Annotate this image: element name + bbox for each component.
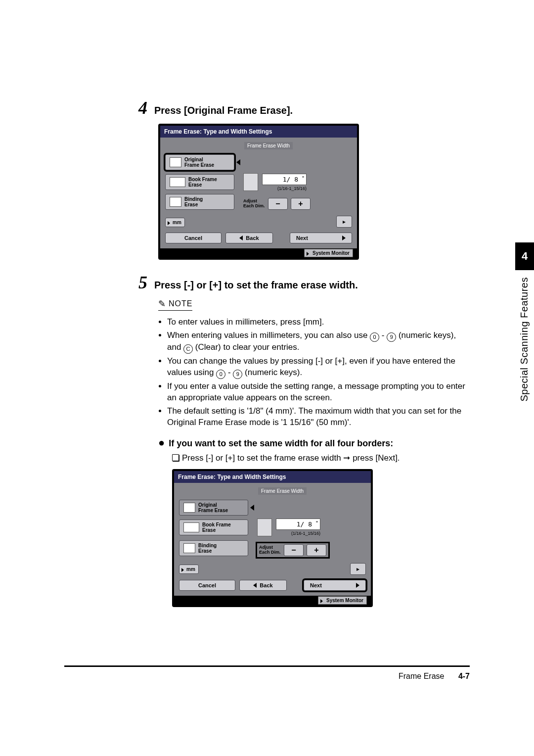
triangle-right-icon — [356, 583, 359, 588]
screenshot-step5: Frame Erase: Type and Width Settings Fra… — [172, 469, 470, 607]
plus-button[interactable]: + — [307, 544, 326, 556]
original-frame-erase-button[interactable]: Original Frame Erase — [179, 500, 248, 516]
triangle-left-icon — [253, 583, 257, 588]
note-item: You can change the values by pressing [-… — [167, 356, 470, 379]
step-number: 5 — [138, 274, 147, 291]
system-monitor-button[interactable]: System Monitor — [304, 249, 353, 257]
triangle-right-icon — [342, 236, 346, 240]
panel-subheader: Frame Erase Width — [258, 487, 307, 495]
key-nine-icon: 9 — [233, 370, 242, 379]
mm-toggle-button[interactable]: mm — [179, 565, 199, 574]
next-button[interactable]: Next — [304, 580, 366, 591]
note-item: If you enter a value outside the setting… — [167, 381, 470, 404]
mode-label: Original Frame Erase — [198, 502, 228, 513]
mode-label: Book Frame Erase — [202, 522, 231, 533]
width-range-label: (1/16-1_15/16) — [262, 186, 307, 191]
panel-header: Frame Erase: Type and Width Settings — [160, 126, 357, 138]
note-label: NOTE — [169, 299, 192, 308]
step-number: 4 — [138, 99, 147, 117]
adjust-each-dim-label: Adjust Each Dim. — [259, 545, 281, 555]
mode-label: Binding Erase — [198, 543, 217, 554]
panel-header: Frame Erase: Type and Width Settings — [174, 471, 371, 483]
note-item: The default setting is '1/8" (4 mm)'. Th… — [167, 406, 470, 428]
key-clear-icon: C — [183, 344, 193, 354]
note-item: To enter values in millimeters, press [m… — [167, 317, 470, 328]
next-button[interactable]: Next — [290, 233, 352, 243]
binding-thumb-icon — [170, 197, 181, 207]
plus-button[interactable]: + — [291, 198, 311, 210]
footer-page-number: 4-7 — [458, 672, 470, 680]
binding-thumb-icon — [183, 543, 195, 553]
step-title: Press [Original Frame Erase]. — [154, 105, 293, 116]
book-thumb-icon — [183, 522, 199, 532]
mm-toggle-button[interactable]: mm — [165, 218, 185, 227]
mode-label: Original Frame Erase — [184, 157, 214, 168]
side-section-label: Special Scanning Features — [519, 277, 530, 402]
note-list: To enter values in millimeters, press [m… — [167, 317, 470, 428]
system-monitor-button[interactable]: System Monitor — [318, 596, 367, 605]
subsection-heading: ● If you want to set the same width for … — [158, 437, 470, 449]
step-4: 4 Press [Original Frame Erase]. — [138, 99, 470, 117]
book-frame-erase-button[interactable]: Book Frame Erase — [179, 520, 248, 535]
cancel-button[interactable]: Cancel — [165, 233, 222, 243]
key-zero-icon: 0 — [370, 332, 379, 342]
key-nine-icon: 9 — [387, 332, 396, 342]
adjust-expand-button[interactable]: ▸ — [350, 563, 366, 575]
selection-pointer-icon — [250, 505, 254, 511]
width-value-display: 1/ 8" — [276, 519, 320, 530]
book-frame-erase-button[interactable]: Book Frame Erase — [165, 174, 234, 190]
note-block: ✎ NOTE To enter values in millimeters, p… — [158, 298, 470, 428]
panel-subheader: Frame Erase Width — [244, 142, 293, 149]
footer-rule — [64, 665, 470, 667]
pencil-icon: ✎ — [158, 298, 166, 309]
step-title: Press [-] or [+] to set the frame erase … — [154, 280, 358, 291]
back-button[interactable]: Back — [239, 580, 287, 591]
back-button[interactable]: Back — [225, 233, 273, 243]
sub-step: Press [-] or [+] to set the frame erase … — [172, 453, 470, 463]
book-thumb-icon — [170, 177, 185, 187]
minus-button[interactable]: − — [284, 544, 304, 556]
binding-erase-button[interactable]: Binding Erase — [165, 194, 234, 210]
page-footer: Frame Erase 4-7 — [399, 672, 470, 681]
page-thumb-icon — [183, 503, 195, 513]
chapter-tab: 4 — [515, 242, 534, 270]
width-range-label: (1/16-1_15/16) — [276, 531, 320, 536]
note-item: When entering values in millimeters, you… — [167, 330, 470, 354]
mode-label: Binding Erase — [184, 196, 203, 207]
checkbox-bullet-icon — [172, 454, 179, 461]
key-zero-icon: 0 — [216, 370, 225, 379]
bullet-icon: ● — [158, 437, 165, 448]
selection-pointer-icon — [236, 159, 240, 165]
original-frame-erase-button[interactable]: Original Frame Erase — [165, 154, 234, 170]
binding-erase-button[interactable]: Binding Erase — [179, 540, 248, 556]
minus-button[interactable]: − — [268, 198, 288, 210]
step-5: 5 Press [-] or [+] to set the frame eras… — [138, 274, 470, 291]
triangle-left-icon — [239, 236, 243, 240]
mode-label: Book Frame Erase — [188, 177, 217, 188]
adjust-each-dim-label: Adjust Each Dim. — [243, 199, 265, 209]
screenshot-step4: Frame Erase: Type and Width Settings Fra… — [158, 124, 470, 260]
adjust-expand-button[interactable]: ▸ — [336, 216, 352, 228]
cancel-button[interactable]: Cancel — [179, 580, 235, 591]
page-preview-icon — [257, 519, 272, 536]
width-value-display: 1/ 8" — [262, 174, 307, 185]
footer-section: Frame Erase — [399, 672, 444, 680]
page-thumb-icon — [170, 157, 181, 167]
page-preview-icon — [243, 173, 258, 191]
